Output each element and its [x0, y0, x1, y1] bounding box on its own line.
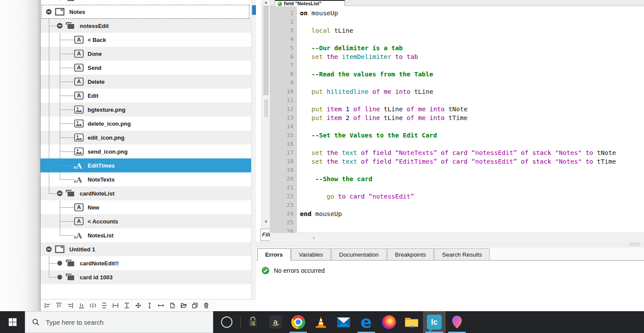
start-button[interactable] — [0, 311, 25, 333]
button-icon: A — [74, 92, 84, 100]
divider-grip-icon[interactable] — [629, 243, 640, 246]
distribute-vertical-icon[interactable] — [101, 302, 108, 309]
code-line: --Set the Values to the Edit Card — [300, 131, 437, 140]
align-right-icon[interactable] — [67, 302, 74, 309]
tree-item-cardnotelist[interactable]: cardNoteList — [41, 186, 251, 200]
tree-expander-icon[interactable] — [57, 23, 63, 29]
tree-expander-icon[interactable] — [57, 275, 62, 280]
align-bottom-icon[interactable] — [78, 302, 85, 309]
code-token: the — [327, 149, 338, 156]
code-token: tLine — [331, 27, 353, 34]
cortana-button[interactable] — [213, 311, 240, 333]
taskbar-app-maps-pin[interactable] — [446, 311, 468, 333]
line-number: 3 — [276, 26, 293, 35]
code-token: tNote — [593, 149, 616, 156]
image-icon — [74, 148, 84, 156]
distribute-horizontal-icon[interactable] — [89, 302, 96, 309]
set-width-icon[interactable] — [157, 302, 164, 309]
code-token — [368, 88, 372, 95]
pane-divider[interactable] — [256, 241, 644, 247]
tab-breakpoints[interactable]: Breakpoints — [387, 248, 434, 260]
taskbar-app-livecode[interactable]: lc — [423, 311, 446, 333]
align-top-icon[interactable] — [55, 302, 62, 309]
image-icon — [74, 106, 84, 114]
code-token — [392, 53, 395, 60]
code-token — [467, 149, 471, 156]
tree-expander-icon[interactable] — [57, 261, 62, 266]
line-number: 17 — [276, 148, 293, 157]
tab-search-results[interactable]: Search Results — [434, 248, 490, 260]
code-token: card — [452, 149, 467, 156]
scroll-left-icon[interactable]: ‹ — [313, 233, 315, 241]
taskbar-app-mail[interactable] — [332, 311, 355, 333]
tree-connector — [49, 103, 49, 117]
code-token — [346, 193, 350, 200]
tab-documentation[interactable]: Documentation — [331, 248, 387, 260]
microsoft-store-icon — [248, 316, 258, 328]
editor-horizontal-scrollbar[interactable]: ‹ — [270, 233, 644, 241]
editor-tab-notesList[interactable]: field "NotesList" — [275, 0, 345, 6]
code-token: tLine — [380, 106, 406, 113]
tree-item-notes[interactable]: Notes — [41, 5, 251, 19]
taskbar-app-firefox[interactable] — [378, 311, 400, 333]
scrollbar-thumb[interactable] — [252, 5, 256, 15]
clone-icon[interactable] — [191, 302, 198, 309]
tree-item-card-id-1003[interactable]: card id 1003 — [41, 270, 251, 284]
search-placeholder: Type here to search — [46, 319, 104, 326]
code-token — [300, 27, 311, 34]
code-token: --Show the card — [315, 175, 372, 182]
handler-filter-input[interactable]: Filt — [260, 229, 271, 241]
code-token: of — [441, 149, 448, 156]
svg-text:A: A — [77, 51, 81, 57]
splitter-grip[interactable] — [265, 100, 268, 117]
new-object-icon[interactable] — [169, 302, 176, 309]
code-token: into — [395, 88, 410, 95]
code-token — [300, 88, 311, 95]
tree-expander-icon[interactable] — [57, 190, 63, 196]
tree-expander-icon[interactable] — [46, 246, 52, 252]
tree-expander-icon[interactable] — [57, 0, 62, 0]
tab-errors[interactable]: Errors — [257, 248, 291, 261]
taskbar-app-microsoft-store[interactable] — [242, 311, 264, 333]
tree-item-cardnoteedit[interactable]: cardNoteEdit — [41, 0, 251, 5]
tree-item-label: Untitled 1 — [69, 246, 95, 253]
delete-icon[interactable] — [203, 302, 210, 309]
code-token — [437, 158, 441, 165]
taskbar-app-vlc[interactable] — [310, 311, 332, 333]
code-token — [323, 114, 327, 121]
tree-item-cardnoteedit-[interactable]: cardNoteEdit!! — [41, 256, 251, 270]
code-token — [368, 149, 372, 156]
editor-vertical-scrollbar[interactable]: ▲ ▼ — [262, 0, 270, 241]
line-number: 24 — [276, 209, 293, 218]
taskbar-search-input[interactable]: Type here to search — [25, 311, 213, 333]
code-token — [323, 53, 327, 60]
line-number: 9 — [276, 79, 293, 87]
code-token — [467, 158, 471, 165]
scroll-up-icon[interactable]: ▲ — [263, 0, 269, 4]
equalize-height-icon[interactable] — [123, 302, 130, 309]
code-area[interactable]: 1234567891011121314151617181920212223242… — [270, 6, 644, 233]
line-number: 16 — [276, 140, 293, 148]
code-token — [300, 193, 327, 200]
tree-expander-icon[interactable] — [46, 9, 52, 15]
taskbar-app-amazon[interactable]: a — [264, 311, 287, 333]
tree-item-untitled-1[interactable]: Untitled 1 — [41, 242, 251, 256]
taskbar-app-edge[interactable]: e — [355, 311, 378, 333]
scrollbar-thumb[interactable] — [263, 6, 269, 95]
tab-variables[interactable]: Variables — [291, 248, 331, 260]
code-token: local — [311, 27, 331, 34]
open-icon[interactable] — [180, 302, 187, 309]
errors-pane: No errors occurred — [256, 261, 644, 311]
code-token — [300, 158, 311, 165]
set-height-icon[interactable] — [146, 302, 153, 309]
tree-item-edittimes[interactable]: aAEditTimes — [41, 158, 251, 172]
center-icon[interactable] — [135, 302, 142, 309]
taskbar-app-chrome[interactable] — [287, 311, 310, 333]
tree-connector — [49, 193, 57, 194]
align-left-icon[interactable] — [44, 302, 51, 309]
scroll-down-icon[interactable]: ▼ — [263, 220, 269, 224]
taskbar-app-file-explorer[interactable] — [400, 311, 423, 333]
equalize-width-icon[interactable] — [112, 302, 119, 309]
tree-item-notessedit[interactable]: notessEdit — [41, 19, 251, 33]
code-token: card — [350, 193, 365, 200]
